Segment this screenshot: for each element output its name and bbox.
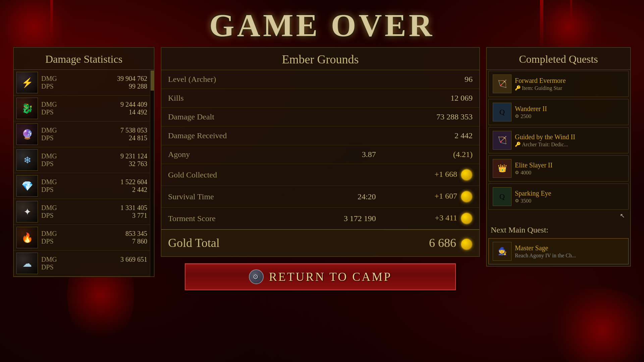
center-panel: Ember Grounds Level (Archer)96Kills12 06…: [161, 47, 480, 290]
quest-info-0: Forward Evermore 🔑 Item: Guiding Star: [515, 77, 624, 91]
stat-row: Torment Score3 172 190 +3 411: [161, 208, 479, 230]
quest-info-1: Wanderer II ⚙ 2500: [515, 105, 624, 119]
dmg-label-0: DMG: [41, 75, 65, 83]
dps-label-3: DPS: [41, 160, 65, 168]
dmg-value-3: 9 231 124: [120, 152, 147, 160]
return-to-camp-button[interactable]: ⚙ RETURN TO CAMP: [185, 263, 456, 290]
dmg-value-1: 9 244 409: [120, 101, 147, 108]
stat-row: Kills12 069: [161, 89, 479, 108]
quest-title-0: Forward Evermore: [515, 77, 624, 85]
next-quest-item: 🧙 Master Sage Reach Agony IV in the Ch..…: [488, 238, 629, 264]
reward-text-0: Item: Guiding Star: [522, 85, 562, 91]
next-quest-title: Master Sage: [515, 244, 576, 252]
quest-icon-0: 🏹: [493, 74, 512, 93]
dmg-label-3: DMG: [41, 152, 65, 160]
reward-icon-3: ⚙: [515, 170, 519, 175]
quest-title-3: Elite Slayer II: [515, 161, 624, 169]
dmg-label-6: DMG: [41, 230, 65, 238]
damage-statistics-panel: Damage Statistics ⚡ DMG 39 904 762 DPS 9…: [13, 47, 154, 277]
quest-item: Q Sparking Eye ⚙ 3500: [488, 184, 629, 210]
damage-stats-6: DMG 853 345 DPS 7 860: [41, 230, 147, 245]
dps-label-6: DPS: [41, 238, 65, 245]
dmg-value-6: 853 345: [125, 230, 147, 238]
damage-icon-5: ✦: [16, 201, 38, 222]
reward-text-4: 3500: [521, 198, 531, 204]
dmg-label-2: DMG: [41, 126, 65, 134]
dmg-value-5: 1 331 405: [120, 204, 147, 212]
quest-icon-4: Q: [493, 187, 512, 206]
reward-icon-2: 🔑: [515, 142, 521, 147]
quest-info-4: Sparking Eye ⚙ 3500: [515, 190, 624, 204]
stat-row: Damage Received2 442: [161, 126, 479, 145]
quest-info-3: Elite Slayer II ⚙ 4000: [515, 161, 624, 176]
return-btn-label: RETURN TO CAMP: [269, 270, 392, 284]
dmg-label-5: DMG: [41, 204, 65, 212]
cursor-indicator: ↖: [620, 212, 625, 219]
stat-value: 12 069: [297, 89, 479, 108]
next-quest-desc: Reach Agony IV in the Ch...: [515, 253, 576, 259]
stat-label: Damage Received: [161, 126, 297, 145]
damage-row: ☁ DMG 3 669 651 DPS: [14, 251, 150, 276]
damage-stats-3: DMG 9 231 124 DPS 32 763: [41, 152, 147, 168]
game-over-title: GAME OVER: [209, 7, 435, 44]
gold-icon: [461, 169, 473, 181]
stat-value: 73 288 353: [297, 108, 479, 126]
next-quest-icon: 🧙: [493, 242, 512, 261]
damage-icon-2: 🔮: [16, 123, 38, 145]
stat-row: Survival Time24:20 +1 607: [161, 186, 479, 208]
gold-total-label: Gold Total: [161, 229, 297, 256]
quest-item: Q Wanderer II ⚙ 2500: [488, 99, 629, 125]
stat-label: Damage Dealt: [161, 108, 297, 126]
quest-reward-4: ⚙ 3500: [515, 198, 624, 204]
quest-icon-3: 👑: [493, 159, 512, 178]
dmg-label-4: DMG: [41, 178, 65, 186]
dps-label-4: DPS: [41, 186, 65, 194]
damage-stats-0: DMG 39 904 762 DPS 99 288: [41, 75, 147, 90]
damage-row: 🔮 DMG 7 538 053 DPS 24 815: [14, 121, 150, 147]
dps-value-1: 14 492: [129, 108, 147, 116]
dmg-value-2: 7 538 053: [120, 126, 147, 134]
stat-bonus: +3 411: [383, 208, 479, 230]
damage-icon-0: ⚡: [16, 72, 38, 93]
stat-row: Level (Archer)96: [161, 70, 479, 89]
quest-item: 👑 Elite Slayer II ⚙ 4000: [488, 155, 629, 182]
dmg-label-7: DMG: [41, 256, 65, 263]
dmg-value-0: 39 904 762: [117, 75, 147, 83]
stat-value: 24:20: [297, 186, 382, 208]
gold-total-row: Gold Total 6 686: [161, 229, 479, 256]
next-quest-info: Master Sage Reach Agony IV in the Ch...: [515, 244, 576, 259]
damage-icon-1: 🐉: [16, 98, 38, 119]
dps-value-5: 3 771: [132, 212, 147, 219]
stat-label: Torment Score: [161, 208, 297, 230]
stat-label: Survival Time: [161, 186, 297, 208]
reward-icon-4: ⚙: [515, 198, 519, 204]
damage-statistics-header: Damage Statistics: [14, 48, 154, 70]
completed-quests-panel: Completed Quests 🏹 Forward Evermore 🔑 It…: [486, 47, 631, 266]
gold-icon: [461, 191, 473, 203]
damage-row: 💎 DMG 1 522 604 DPS 2 442: [14, 173, 150, 199]
stat-label: Agony: [161, 145, 297, 164]
dps-value-2: 24 815: [129, 134, 147, 142]
damage-list-scrollbar[interactable]: [150, 70, 154, 276]
completed-quests-header: Completed Quests: [487, 48, 630, 70]
quest-list: 🏹 Forward Evermore 🔑 Item: Guiding Star …: [487, 70, 630, 211]
scrollbar-thumb[interactable]: [151, 70, 154, 91]
stat-row: Damage Dealt73 288 353: [161, 108, 479, 126]
dmg-value-7: 3 669 651: [120, 256, 147, 263]
stat-value: [297, 164, 382, 186]
gold-total-value: 6 686: [297, 229, 479, 256]
reward-text-1: 2500: [521, 113, 531, 119]
stats-panel: Ember Grounds Level (Archer)96Kills12 06…: [161, 47, 480, 257]
dps-label-5: DPS: [41, 212, 65, 219]
stat-value: 2 442: [297, 126, 479, 145]
damage-row: ⚡ DMG 39 904 762 DPS 99 288: [14, 70, 150, 96]
quest-title-2: Guided by the Wind II: [515, 133, 624, 141]
reward-text-2: Archer Trait: Dedic...: [522, 142, 568, 148]
damage-row: 🐉 DMG 9 244 409 DPS 14 492: [14, 96, 150, 121]
damage-icon-4: 💎: [16, 175, 38, 197]
quest-title-4: Sparking Eye: [515, 190, 624, 197]
damage-list: ⚡ DMG 39 904 762 DPS 99 288 🐉 DMG 9 244 …: [14, 70, 150, 276]
damage-row: ✦ DMG 1 331 405 DPS 3 771: [14, 199, 150, 225]
return-btn-container: ⚙ RETURN TO CAMP: [161, 263, 480, 290]
stat-row: Agony3.87 (4.21): [161, 145, 479, 164]
